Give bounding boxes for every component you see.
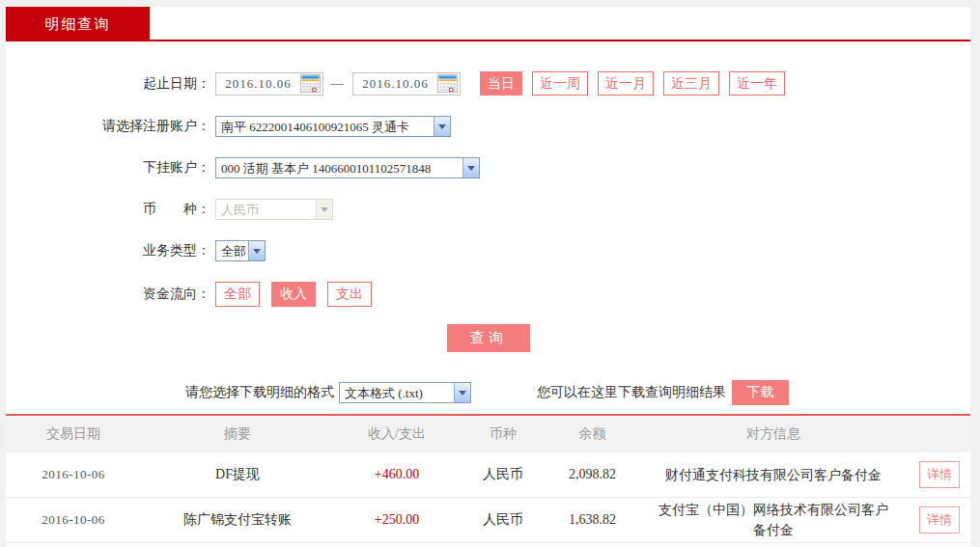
- tab-bar: 明细查询: [6, 7, 970, 41]
- download-button[interactable]: 下载: [732, 380, 789, 405]
- range-month-button[interactable]: 近一月: [598, 71, 654, 96]
- fund-flow-label: 资金流向：: [6, 286, 210, 303]
- range-quarter-button[interactable]: 近三月: [663, 71, 719, 96]
- query-button[interactable]: 查询: [447, 324, 530, 352]
- table-header-row: 交易日期 摘要 收入/支出 币种 余额 对方信息: [6, 416, 970, 452]
- cell-date: 2016-10-06: [6, 467, 141, 482]
- col-header-currency: 币种: [460, 425, 546, 443]
- cell-currency: 人民币: [460, 466, 546, 483]
- chevron-down-icon: [462, 158, 479, 178]
- cell-date: 2016-10-06: [6, 512, 141, 528]
- col-header-amount: 收入/支出: [334, 425, 460, 443]
- main-panel: 明细查询 起止日期： 2016.10.06: [6, 7, 970, 547]
- business-type-select[interactable]: 全部: [215, 240, 266, 261]
- chevron-down-icon: [434, 117, 450, 136]
- currency-label: 币 种：: [6, 201, 210, 218]
- registered-account-row: 请选择注册账户： 南平 6222001406100921065 灵通卡: [6, 116, 970, 137]
- registered-account-select[interactable]: 南平 6222001406100921065 灵通卡: [215, 116, 451, 137]
- tab-detail-query[interactable]: 明细查询: [6, 7, 150, 41]
- registered-account-label: 请选择注册账户：: [6, 118, 210, 135]
- date-separator: —: [330, 76, 344, 92]
- table-row: 2016-10-06 陈广锦支付宝转账 +250.00 人民币 1,638.82…: [6, 498, 970, 543]
- page: 明细查询 起止日期： 2016.10.06: [0, 0, 980, 547]
- download-hint: 您可以在这里下载查询明细结果: [537, 384, 726, 401]
- cell-summary: DF提现: [141, 466, 334, 483]
- chevron-down-icon: [454, 383, 470, 402]
- range-year-button[interactable]: 近一年: [729, 71, 785, 96]
- end-date-input[interactable]: 2016.10.06: [352, 72, 461, 96]
- detail-button[interactable]: 详情: [919, 506, 960, 533]
- cell-counterparty: 财付通支付科技有限公司客户备付金: [638, 465, 909, 485]
- download-format-value: 文本格式 (.txt): [340, 383, 454, 402]
- business-type-value: 全部: [216, 241, 248, 260]
- sub-account-select[interactable]: 000 活期 基本户 1406600101102571848: [215, 157, 480, 178]
- cell-balance: 1,638.82: [546, 512, 638, 528]
- currency-row: 币 种： 人民币: [6, 199, 970, 220]
- download-row: 请您选择下载明细的格式 文本格式 (.txt) 您可以在这里下载查询明细结果 下…: [6, 380, 970, 405]
- chevron-down-icon: [248, 241, 265, 260]
- col-header-summary: 摘要: [141, 425, 334, 443]
- download-format-select[interactable]: 文本格式 (.txt): [339, 382, 471, 403]
- cell-amount: +460.00: [334, 467, 460, 482]
- query-form: 起止日期： 2016.10.06: [6, 41, 970, 405]
- cell-balance: 2,098.82: [546, 467, 638, 482]
- date-range-row: 起止日期： 2016.10.06: [6, 71, 970, 96]
- results-table: 交易日期 摘要 收入/支出 币种 余额 对方信息 2016-10-06 DF提现…: [6, 414, 970, 543]
- start-date-value: 2016.10.06: [216, 76, 300, 92]
- currency-select: 人民币: [215, 199, 333, 220]
- sub-account-row: 下挂账户： 000 活期 基本户 1406600101102571848: [6, 157, 970, 178]
- flow-all-button[interactable]: 全部: [215, 282, 260, 307]
- col-header-balance: 余额: [546, 425, 638, 443]
- registered-account-value: 南平 6222001406100921065 灵通卡: [216, 117, 434, 136]
- download-format-label: 请您选择下载明细的格式: [185, 384, 334, 401]
- business-type-row: 业务类型： 全部: [6, 240, 970, 261]
- col-header-counterparty: 对方信息: [638, 425, 909, 443]
- range-week-button[interactable]: 近一周: [532, 71, 588, 96]
- col-header-date: 交易日期: [6, 425, 141, 443]
- fund-flow-row: 资金流向： 全部 收入 支出: [6, 282, 970, 307]
- range-today-button[interactable]: 当日: [480, 71, 522, 96]
- chevron-down-icon: [316, 200, 332, 219]
- date-range-label: 起止日期：: [6, 75, 210, 93]
- counterparty-text: 支付宝（中国）网络技术有限公司客户备付金: [653, 500, 894, 540]
- cell-amount: +250.00: [334, 512, 460, 528]
- cell-currency: 人民币: [460, 511, 546, 529]
- detail-button[interactable]: 详情: [919, 461, 960, 488]
- counterparty-text: 财付通支付科技有限公司客户备付金: [665, 465, 882, 485]
- calendar-icon[interactable]: [300, 74, 321, 93]
- start-date-input[interactable]: 2016.10.06: [215, 72, 323, 96]
- sub-account-value: 000 活期 基本户 1406600101102571848: [216, 158, 462, 178]
- end-date-value: 2016.10.06: [353, 76, 437, 92]
- cell-counterparty: 支付宝（中国）网络技术有限公司客户备付金: [638, 500, 909, 540]
- table-row: 2016-10-06 DF提现 +460.00 人民币 2,098.82 财付通…: [6, 452, 970, 498]
- currency-value: 人民币: [216, 200, 316, 219]
- calendar-icon[interactable]: [437, 74, 458, 93]
- business-type-label: 业务类型：: [6, 242, 210, 260]
- flow-income-button[interactable]: 收入: [271, 282, 316, 307]
- flow-expense-button[interactable]: 支出: [327, 282, 372, 307]
- sub-account-label: 下挂账户：: [6, 159, 210, 177]
- cell-summary: 陈广锦支付宝转账: [141, 511, 334, 529]
